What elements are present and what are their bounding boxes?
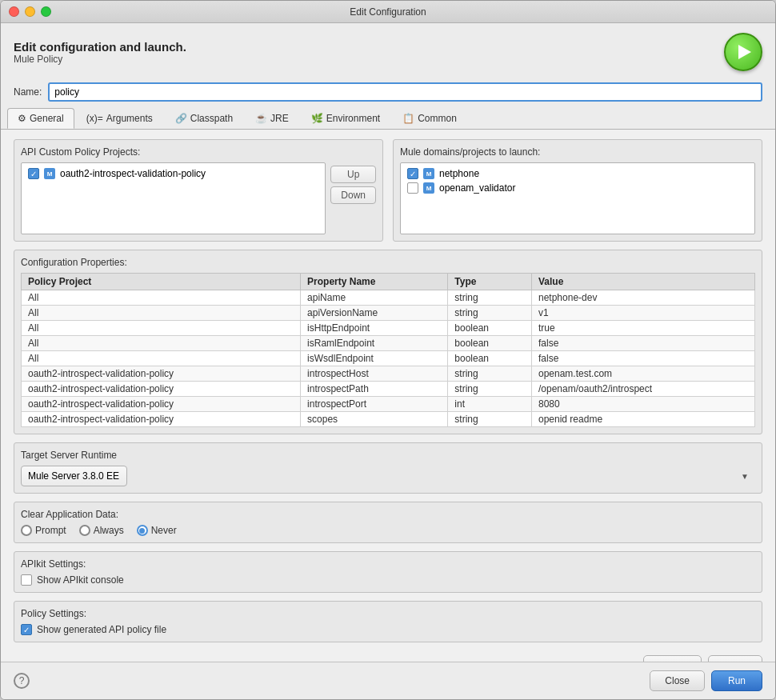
table-row: AllisHttpEndpointbooleantrue [22, 321, 755, 336]
main-title: Edit configuration and launch. [14, 40, 186, 54]
policy-settings-label: Policy Settings: [21, 608, 755, 619]
up-down-buttons: Up Down [330, 162, 376, 234]
clear-app-data-section: Clear Application Data: Prompt Always Ne… [14, 502, 762, 543]
run-button[interactable]: Run [711, 670, 762, 691]
name-label: Name: [14, 86, 42, 98]
config-table: Policy Project Property Name Type Value … [21, 273, 755, 427]
close-button[interactable] [9, 6, 19, 17]
tab-common[interactable]: 📋 Common [392, 108, 467, 129]
common-icon: 📋 [402, 113, 414, 124]
up-button[interactable]: Up [330, 166, 376, 183]
col-policy-project: Policy Project [22, 274, 301, 290]
netphone-icon: M [423, 168, 434, 179]
radio-prompt[interactable]: Prompt [21, 525, 66, 536]
openam-checkbox[interactable] [407, 182, 418, 194]
mule-domains-section: Mule domains/projects to launch: M netph… [393, 139, 762, 242]
header-left: Edit configuration and launch. Mule Poli… [14, 40, 186, 65]
maximize-button[interactable] [41, 6, 51, 17]
netphone-name: netphone [439, 168, 479, 179]
col-value: Value [532, 274, 755, 290]
openam-icon: M [423, 182, 434, 194]
always-label: Always [94, 525, 124, 536]
tab-common-label: Common [418, 113, 457, 124]
classpath-icon: 🔗 [175, 113, 187, 124]
tab-jre[interactable]: ☕ JRE [245, 108, 299, 129]
general-icon: ⚙ [18, 113, 26, 124]
content-area: Edit configuration and launch. Mule Poli… [1, 23, 775, 699]
radio-always[interactable]: Always [79, 525, 124, 536]
api-policy-checkbox[interactable] [28, 168, 39, 179]
tab-arguments[interactable]: (x)= Arguments [76, 108, 163, 129]
window-title: Edit Configuration [350, 6, 426, 18]
environment-icon: 🌿 [311, 113, 323, 124]
dropdown-row: Mule Server 3.8.0 EE Mule Server 3.9.0 E… [21, 466, 755, 486]
tab-general[interactable]: ⚙ General [7, 108, 74, 129]
bottom-right-buttons: Close Run [650, 670, 762, 691]
list-item: M openam_validator [404, 181, 751, 195]
table-row: AllapiVersionNamestringv1 [22, 306, 755, 321]
close-button[interactable]: Close [650, 670, 705, 691]
openam-name: openam_validator [439, 182, 515, 194]
main-panel: API Custom Policy Projects: M oauth2-int… [1, 130, 775, 662]
server-dropdown-wrapper: Mule Server 3.8.0 EE Mule Server 3.9.0 E… [21, 466, 755, 486]
never-label: Never [151, 525, 177, 536]
window-controls [9, 6, 51, 17]
policy-settings-section: Policy Settings: Show generated API poli… [14, 601, 762, 642]
bottom-bar: ? Close Run [1, 662, 775, 699]
config-properties-section: Configuration Properties: Policy Project… [14, 250, 762, 434]
show-generated-row: Show generated API policy file [21, 624, 755, 635]
table-row: oauth2-introspect-validation-policyscope… [22, 412, 755, 427]
list-item: M netphone [404, 166, 751, 181]
target-server-section: Target Server Runtime Mule Server 3.8.0 … [14, 442, 762, 494]
config-properties-label: Configuration Properties: [21, 257, 755, 268]
revert-apply-row: Revert Apply [14, 650, 762, 662]
table-row: oauth2-introspect-validation-policyintro… [22, 366, 755, 382]
col-type: Type [448, 274, 532, 290]
table-row: AllisRamlEndpointbooleanfalse [22, 336, 755, 351]
clear-app-data-label: Clear Application Data: [21, 509, 755, 520]
name-input[interactable] [48, 82, 762, 102]
name-row: Name: [1, 78, 775, 108]
tab-environment[interactable]: 🌿 Environment [301, 108, 390, 129]
prompt-radio[interactable] [21, 525, 32, 536]
two-col-section: API Custom Policy Projects: M oauth2-int… [14, 139, 762, 242]
radio-row: Prompt Always Never [21, 525, 755, 536]
server-dropdown[interactable]: Mule Server 3.8.0 EE Mule Server 3.9.0 E… [21, 466, 127, 486]
mule-domains-list: M netphone M openam_validator [400, 162, 755, 234]
apply-button[interactable]: Apply [708, 655, 762, 662]
show-console-label: Show APIkit console [37, 574, 124, 586]
tab-jre-label: JRE [270, 113, 289, 124]
list-item: M oauth2-introspect-validation-policy [25, 166, 322, 181]
minimize-button[interactable] [25, 6, 35, 17]
show-generated-label: Show generated API policy file [37, 624, 166, 635]
sub-title: Mule Policy [14, 54, 186, 65]
target-server-label: Target Server Runtime [21, 450, 755, 461]
api-custom-policy-list: M oauth2-introspect-validation-policy [21, 162, 326, 234]
show-console-checkbox[interactable] [21, 574, 32, 586]
tab-arguments-label: Arguments [106, 113, 153, 124]
revert-button[interactable]: Revert [643, 655, 702, 662]
radio-never[interactable]: Never [137, 525, 177, 536]
api-custom-policy-section: API Custom Policy Projects: M oauth2-int… [14, 139, 383, 242]
netphone-checkbox[interactable] [407, 168, 418, 179]
prompt-label: Prompt [35, 525, 66, 536]
table-row: oauth2-introspect-validation-policyintro… [22, 397, 755, 412]
col-property-name: Property Name [301, 274, 448, 290]
show-generated-checkbox[interactable] [21, 624, 32, 635]
tabs-row: ⚙ General (x)= Arguments 🔗 Classpath ☕ J… [1, 108, 775, 130]
tab-classpath[interactable]: 🔗 Classpath [165, 108, 243, 129]
title-bar: Edit Configuration [1, 1, 775, 23]
jre-icon: ☕ [255, 113, 267, 124]
apikit-settings-label: APIkit Settings: [21, 558, 755, 570]
play-button[interactable] [724, 33, 762, 71]
always-radio[interactable] [79, 525, 90, 536]
down-button[interactable]: Down [330, 186, 376, 204]
header-section: Edit configuration and launch. Mule Poli… [1, 23, 775, 78]
apikit-settings-section: APIkit Settings: Show APIkit console [14, 551, 762, 593]
never-radio[interactable] [137, 525, 148, 536]
mule-domains-label: Mule domains/projects to launch: [400, 146, 755, 158]
table-row: AllisWsdlEndpointbooleanfalse [22, 351, 755, 366]
help-button[interactable]: ? [14, 673, 30, 689]
tab-classpath-label: Classpath [190, 113, 233, 124]
tab-environment-label: Environment [326, 113, 380, 124]
